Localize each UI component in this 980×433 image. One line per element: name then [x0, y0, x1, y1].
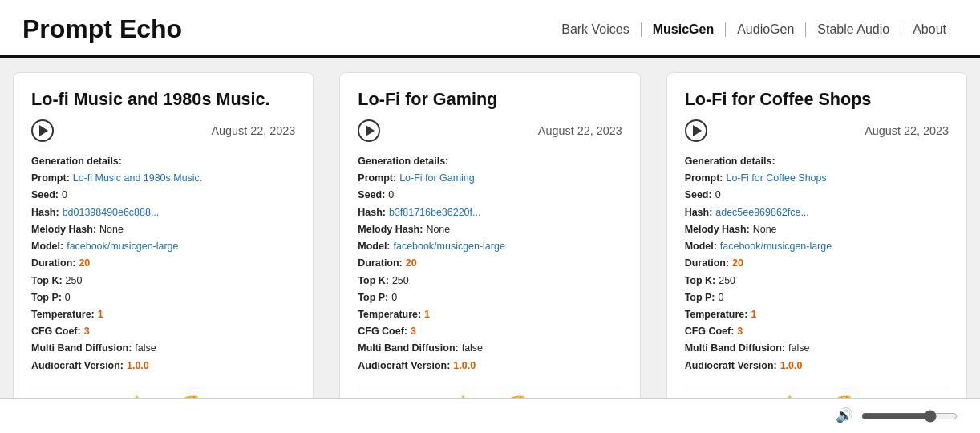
topp-value: 0 — [391, 289, 397, 306]
play-button[interactable] — [31, 119, 54, 142]
prompt-label: Prompt: — [31, 170, 70, 187]
prompt-label: Prompt: — [685, 170, 723, 187]
audiocraft-value: 1.0.0 — [780, 358, 803, 374]
seed-label: Seed: — [358, 187, 385, 204]
duration-value: 20 — [79, 255, 90, 272]
nav-stable-audio[interactable]: Stable Audio — [806, 22, 901, 37]
topk-value: 250 — [392, 273, 409, 289]
site-logo[interactable]: Prompt Echo — [22, 14, 182, 44]
nav-audiogen[interactable]: AudioGen — [726, 22, 806, 37]
details-section-title: Generation details: — [31, 156, 122, 167]
melody-hash-value: None — [753, 221, 777, 238]
temperature-label: Temperature: — [31, 306, 95, 323]
topp-label: Top P: — [358, 289, 388, 306]
bottom-bar: 🔊 — [0, 398, 980, 433]
main-nav: Bark Voices MusicGen AudioGen Stable Aud… — [550, 22, 958, 37]
topp-label: Top P: — [685, 289, 715, 306]
card-title: Lo-Fi for Coffee Shops — [685, 89, 949, 110]
header: Prompt Echo Bark Voices MusicGen AudioGe… — [0, 0, 980, 58]
seed-label: Seed: — [685, 187, 712, 204]
hash-label: Hash: — [358, 204, 386, 221]
melody-hash-value: None — [99, 221, 124, 238]
card-details: Generation details: Prompt:Lo-Fi for Gam… — [358, 153, 622, 374]
audiocraft-label: Audiocraft Version: — [685, 358, 777, 374]
duration-value: 20 — [406, 255, 417, 272]
nav-bark-voices[interactable]: Bark Voices — [550, 22, 641, 37]
seed-value: 0 — [388, 187, 394, 204]
card-date: August 22, 2023 — [212, 124, 296, 137]
audiocraft-label: Audiocraft Version: — [31, 358, 124, 374]
hash-value: bd01398490e6c888... — [63, 204, 160, 221]
play-icon — [366, 125, 375, 136]
seed-value: 0 — [715, 187, 721, 204]
play-icon — [39, 125, 48, 136]
duration-label: Duration: — [358, 255, 402, 272]
multiband-value: false — [462, 340, 483, 357]
prompt-value: Lo-fi Music and 1980s Music. — [73, 170, 202, 187]
card-title: Lo-fi Music and 1980s Music. — [31, 89, 295, 110]
card-lofi-coffee-shops: Lo-Fi for Coffee Shops August 22, 2023 G… — [666, 72, 967, 427]
card-playbar: August 22, 2023 — [685, 119, 949, 142]
card-playbar: August 22, 2023 — [358, 119, 622, 142]
nav-musicgen[interactable]: MusicGen — [642, 22, 726, 37]
hash-value: b3f81716be36220f... — [389, 204, 480, 221]
model-label: Model: — [31, 238, 63, 255]
melody-hash-label: Melody Hash: — [358, 221, 423, 238]
play-button[interactable] — [685, 119, 707, 142]
cards-container: Lo-fi Music and 1980s Music. August 22, … — [0, 58, 980, 433]
multiband-label: Multi Band Diffusion: — [358, 340, 458, 357]
melody-hash-value: None — [426, 221, 450, 238]
temperature-value: 1 — [751, 306, 756, 323]
topk-value: 250 — [66, 273, 83, 289]
card-date: August 22, 2023 — [865, 124, 949, 137]
model-value: facebook/musicgen-large — [394, 238, 505, 255]
prompt-value: Lo-Fi for Coffee Shops — [726, 170, 826, 187]
topp-label: Top P: — [31, 289, 62, 306]
prompt-label: Prompt: — [358, 170, 396, 187]
cfg-value: 3 — [84, 323, 90, 340]
topk-value: 250 — [719, 273, 735, 289]
hash-value: adec5ee969862fce... — [715, 204, 808, 221]
details-section-title: Generation details: — [685, 156, 775, 167]
card-lofi-gaming: Lo-Fi for Gaming August 22, 2023 Generat… — [339, 72, 640, 427]
cfg-value: 3 — [411, 323, 416, 340]
card-playbar: August 22, 2023 — [31, 119, 295, 142]
cfg-value: 3 — [737, 323, 743, 340]
multiband-value: false — [135, 340, 156, 357]
play-icon — [693, 125, 702, 136]
model-value: facebook/musicgen-large — [720, 238, 832, 255]
topk-label: Top K: — [31, 273, 63, 289]
audiocraft-value: 1.0.0 — [127, 358, 149, 374]
temperature-label: Temperature: — [358, 306, 421, 323]
model-label: Model: — [358, 238, 390, 255]
multiband-label: Multi Band Diffusion: — [31, 340, 132, 357]
seed-label: Seed: — [31, 187, 59, 204]
volume-icon: 🔊 — [836, 407, 853, 424]
topk-label: Top K: — [358, 273, 389, 289]
model-label: Model: — [685, 238, 717, 255]
topp-value: 0 — [719, 289, 724, 306]
card-details: Generation details: Prompt:Lo-fi Music a… — [31, 153, 295, 374]
temperature-value: 1 — [424, 306, 430, 323]
melody-hash-label: Melody Hash: — [31, 221, 96, 238]
cfg-label: CFG Coef: — [358, 323, 407, 340]
prompt-value: Lo-Fi for Gaming — [399, 170, 475, 187]
duration-label: Duration: — [685, 255, 729, 272]
volume-slider[interactable] — [861, 410, 958, 423]
cfg-label: CFG Coef: — [685, 323, 735, 340]
melody-hash-label: Melody Hash: — [685, 221, 750, 238]
play-button[interactable] — [358, 119, 380, 142]
topp-value: 0 — [65, 289, 71, 306]
cfg-label: CFG Coef: — [31, 323, 81, 340]
model-value: facebook/musicgen-large — [67, 238, 178, 255]
card-title: Lo-Fi for Gaming — [358, 89, 622, 110]
duration-value: 20 — [732, 255, 743, 272]
topk-label: Top K: — [685, 273, 716, 289]
temperature-label: Temperature: — [685, 306, 748, 323]
card-lofi-music-1980s: Lo-fi Music and 1980s Music. August 22, … — [13, 72, 314, 427]
seed-value: 0 — [62, 187, 67, 204]
card-details: Generation details: Prompt:Lo-Fi for Cof… — [685, 153, 949, 374]
audiocraft-value: 1.0.0 — [453, 358, 476, 374]
nav-about[interactable]: About — [901, 22, 958, 37]
audiocraft-label: Audiocraft Version: — [358, 358, 450, 374]
